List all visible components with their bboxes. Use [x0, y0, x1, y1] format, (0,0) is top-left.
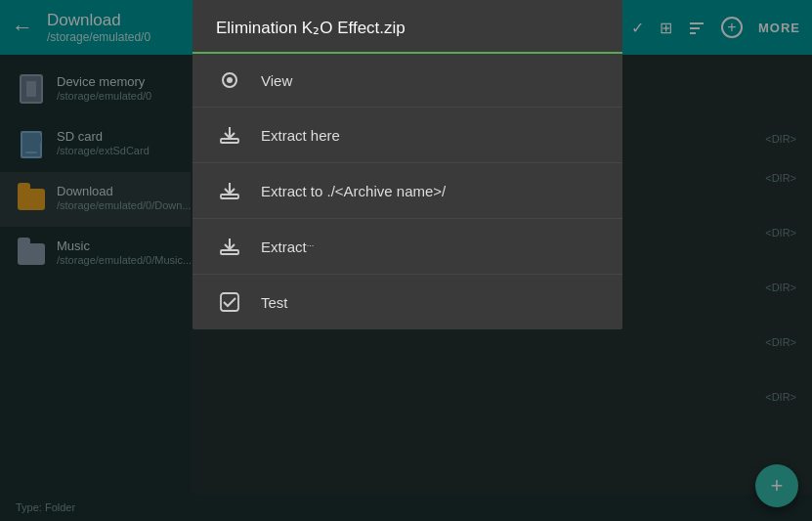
menu-item-extract-here[interactable]: Extract here	[192, 108, 622, 163]
test-icon	[216, 292, 243, 312]
view-icon	[216, 71, 243, 89]
svg-rect-7	[221, 195, 238, 198]
menu-item-extract-custom[interactable]: Extract...	[192, 219, 622, 275]
menu-item-extract-to-label: Extract to ./<Archive name>/	[261, 183, 446, 199]
svg-rect-11	[221, 293, 238, 311]
menu-item-extract-custom-label: Extract...	[261, 239, 314, 255]
extract-to-icon	[216, 181, 243, 200]
context-menu: Elimination K₂O Effect.zip View Extract …	[192, 0, 622, 329]
menu-item-extract-here-label: Extract here	[261, 127, 340, 144]
svg-rect-5	[221, 139, 238, 143]
extract-custom-icon	[216, 237, 243, 256]
menu-item-view[interactable]: View	[192, 54, 622, 108]
menu-item-test-label: Test	[261, 294, 288, 311]
context-menu-title: Elimination K₂O Effect.zip	[192, 0, 622, 54]
extract-here-icon	[216, 125, 243, 145]
menu-item-extract-to[interactable]: Extract to ./<Archive name>/	[192, 163, 622, 219]
svg-point-4	[227, 77, 233, 83]
menu-item-view-label: View	[261, 72, 292, 89]
svg-rect-9	[221, 250, 238, 254]
menu-item-test[interactable]: Test	[192, 275, 622, 329]
